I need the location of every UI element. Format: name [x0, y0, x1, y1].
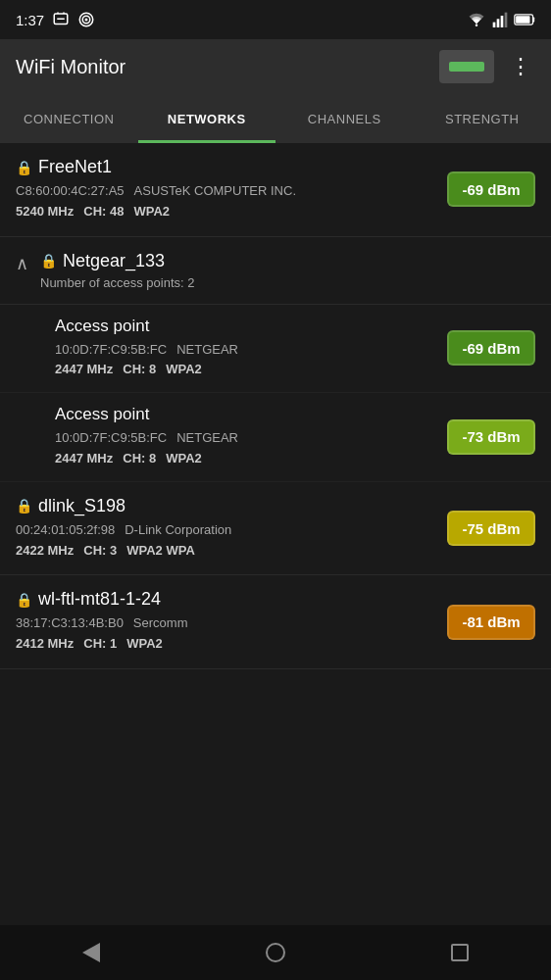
svg-rect-12 — [532, 17, 534, 22]
network-details-dlink: 00:24:01:05:2f:98 D-Link Corporation 242… — [16, 520, 437, 562]
group-header-netgear[interactable]: ∧ 🔒 Netgear_133 Number of access points:… — [0, 237, 551, 305]
signal-badge-freenet1: -69 dBm — [447, 172, 535, 207]
group-info-netgear: 🔒 Netgear_133 Number of access points: 2 — [40, 251, 535, 290]
lock-icon-dlink: 🔒 — [16, 498, 32, 514]
lock-icon-wlftl: 🔒 — [16, 592, 32, 608]
signal-badge-wlftl: -81 dBm — [447, 605, 535, 640]
group-name-netgear: Netgear_133 — [63, 251, 165, 271]
back-button[interactable] — [82, 943, 100, 962]
chevron-up-icon[interactable]: ∧ — [16, 253, 28, 274]
svg-rect-1 — [57, 19, 65, 21]
recent-icon — [451, 944, 469, 961]
svg-rect-8 — [501, 16, 504, 27]
tab-channels[interactable]: CHANNELS — [276, 94, 414, 143]
lock-icon-freenet1: 🔒 — [16, 160, 32, 175]
signal-icon — [492, 12, 508, 27]
network-info-freenet1: 🔒 FreeNet1 C8:60:00:4C:27:A5 ASUSTeK COM… — [16, 157, 437, 222]
tab-networks[interactable]: NETWORKS — [138, 94, 276, 143]
notification-icon — [52, 11, 70, 28]
network-details-wlftl: 38:17:C3:13:4B:B0 Sercomm 2412 MHz CH: 1… — [16, 613, 437, 655]
ap-name-1: Access point — [55, 317, 437, 336]
network-details-freenet1: C8:60:00:4C:27:A5 ASUSTeK COMPUTER INC. … — [16, 181, 437, 222]
network-item-dlink[interactable]: 🔒 dlink_S198 00:24:01:05:2f:98 D-Link Co… — [0, 482, 551, 576]
group-name-row: 🔒 Netgear_133 — [40, 251, 535, 271]
svg-rect-9 — [505, 13, 508, 27]
networks-content: 🔒 FreeNet1 C8:60:00:4C:27:A5 ASUSTeK COM… — [0, 143, 551, 669]
group-subtitle-netgear: Number of access points: 2 — [40, 275, 535, 290]
lock-icon-netgear: 🔒 — [40, 253, 57, 269]
network-name-row-dlink: 🔒 dlink_S198 — [16, 496, 437, 516]
network-name-dlink: dlink_S198 — [38, 496, 125, 516]
back-icon — [82, 943, 100, 962]
ap-name-2: Access point — [55, 405, 437, 424]
wifi-status-icon — [467, 12, 486, 27]
battery-icon — [514, 13, 535, 26]
network-name-row: 🔒 FreeNet1 — [16, 157, 437, 177]
svg-rect-6 — [493, 23, 496, 27]
network-name-row-wlftl: 🔒 wl-ftl-mt81-1-24 — [16, 589, 437, 610]
svg-rect-11 — [516, 16, 529, 24]
ap-details-1: 10:0D:7F:C9:5B:FC NETGEAR 2447 MHz CH: 8… — [55, 340, 437, 381]
signal-badge-dlink: -75 dBm — [447, 511, 535, 546]
ap-info-2: Access point 10:0D:7F:C9:5B:FC NETGEAR 2… — [55, 405, 437, 469]
status-left: 1:37 — [16, 11, 95, 28]
ap-info-1: Access point 10:0D:7F:C9:5B:FC NETGEAR 2… — [55, 317, 437, 381]
access-point-2[interactable]: Access point 10:0D:7F:C9:5B:FC NETGEAR 2… — [0, 393, 551, 482]
network-info-dlink: 🔒 dlink_S198 00:24:01:05:2f:98 D-Link Co… — [16, 496, 437, 562]
home-icon — [266, 943, 285, 962]
toolbar-actions: ⋮ — [439, 50, 535, 83]
time-display: 1:37 — [16, 12, 44, 28]
tab-bar: CONNECTION NETWORKS CHANNELS STRENGTH — [0, 94, 551, 143]
network-item-wlftl[interactable]: 🔒 wl-ftl-mt81-1-24 38:17:C3:13:4B:B0 Ser… — [0, 575, 551, 669]
bottom-navigation — [0, 925, 551, 980]
overflow-menu-button[interactable]: ⋮ — [506, 50, 535, 83]
ap-details-2: 10:0D:7F:C9:5B:FC NETGEAR 2447 MHz CH: 8… — [55, 428, 437, 469]
tab-connection[interactable]: CONNECTION — [0, 94, 138, 143]
home-button[interactable] — [266, 943, 285, 962]
cast-icon — [77, 11, 95, 28]
toolbar: WiFi Monitor ⋮ — [0, 39, 551, 94]
network-name-freenet1: FreeNet1 — [38, 157, 112, 177]
status-bar: 1:37 — [0, 0, 551, 39]
network-info-wlftl: 🔒 wl-ftl-mt81-1-24 38:17:C3:13:4B:B0 Ser… — [16, 589, 437, 655]
network-name-wlftl: wl-ftl-mt81-1-24 — [38, 589, 161, 610]
green-bar-icon — [449, 62, 484, 72]
tab-strength[interactable]: STRENGTH — [414, 94, 552, 143]
network-item-freenet1[interactable]: 🔒 FreeNet1 C8:60:00:4C:27:A5 ASUSTeK COM… — [0, 143, 551, 237]
signal-badge-ap2: -73 dBm — [447, 419, 535, 455]
recent-apps-button[interactable] — [451, 944, 469, 961]
access-point-1[interactable]: Access point 10:0D:7F:C9:5B:FC NETGEAR 2… — [0, 305, 551, 394]
svg-rect-7 — [497, 19, 500, 27]
svg-point-4 — [85, 19, 87, 21]
green-button[interactable] — [439, 50, 494, 83]
app-title: WiFi Monitor — [16, 56, 125, 78]
signal-badge-ap1: -69 dBm — [447, 330, 535, 366]
status-right — [467, 12, 535, 27]
svg-point-5 — [476, 24, 478, 27]
